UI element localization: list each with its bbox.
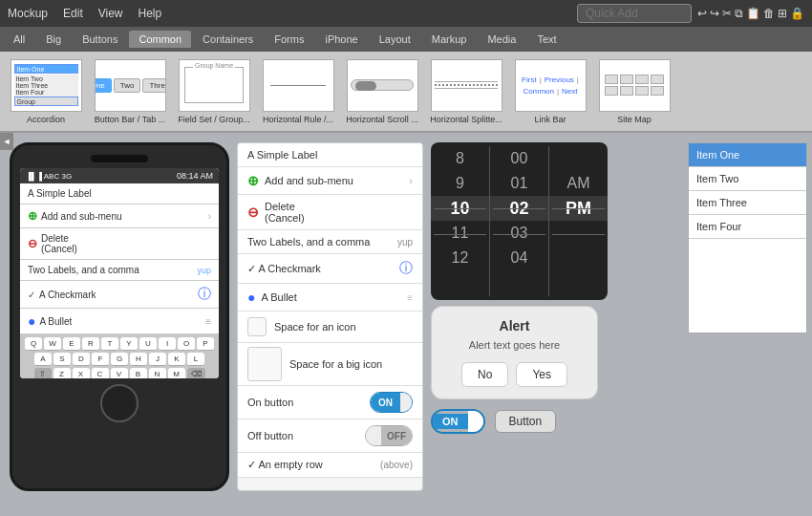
panel-item-toggle-off[interactable]: Off button OFF — [238, 419, 422, 453]
key-m[interactable]: M — [168, 368, 185, 378]
iphone-badge: yup — [197, 266, 211, 275]
table-row-1[interactable]: Item Two — [689, 167, 806, 191]
panel-item-toggle-on[interactable]: On button ON — [238, 386, 422, 419]
key-x[interactable]: X — [73, 368, 90, 378]
hrule-label: Horizontal Rule /... — [263, 115, 333, 124]
table-row-2[interactable]: Item Three — [689, 191, 806, 215]
component-sitemap[interactable]: Site Map — [596, 59, 673, 124]
collapse-arrow[interactable]: ◄ — [0, 133, 13, 150]
panel-delete-text: Delete(Cancel) — [265, 201, 305, 224]
on-button[interactable]: ON — [370, 392, 413, 413]
panel-item-delete[interactable]: ⊖ Delete(Cancel) — [238, 195, 422, 230]
lock-icon[interactable]: 🔒 — [790, 7, 804, 20]
paste-icon[interactable]: 📋 — [746, 7, 760, 20]
iphone-frame: ▐▌▐ ABC 3G 08:14 AM A Simple Label ⊕ Add… — [10, 142, 229, 491]
menu-view[interactable]: View — [98, 7, 123, 20]
key-q[interactable]: Q — [25, 337, 42, 351]
key-b[interactable]: B — [130, 368, 147, 378]
iphone-item-submenu[interactable]: ⊕ Add and sub-menu › — [20, 204, 219, 228]
key-i[interactable]: I — [159, 337, 176, 351]
tab-iphone[interactable]: iPhone — [315, 31, 367, 48]
zoom-icon[interactable]: ⊞ — [778, 7, 787, 20]
table-row-0[interactable]: Item One — [689, 143, 806, 167]
component-hrule[interactable]: Horizontal Rule /... — [260, 59, 336, 124]
component-fieldset[interactable]: Group Name Field Set / Group... — [176, 59, 252, 124]
copy-icon[interactable]: ⧉ — [735, 7, 743, 20]
panel-bullet-icon: ● — [247, 290, 255, 305]
key-p[interactable]: P — [197, 337, 214, 351]
component-accordion[interactable]: Item One Item TwoItem ThreeItem Four Gro… — [8, 59, 84, 124]
key-backspace[interactable]: ⌫ — [187, 368, 205, 378]
alert-no-button[interactable]: No — [461, 362, 508, 387]
info-badge-icon: ⓘ — [198, 286, 211, 303]
tab-all[interactable]: All — [4, 31, 34, 48]
key-o[interactable]: O — [178, 337, 195, 351]
key-g[interactable]: G — [111, 353, 128, 366]
key-w[interactable]: W — [44, 337, 61, 351]
key-v[interactable]: V — [111, 368, 128, 378]
component-linkbar[interactable]: First | Previous | Common | Next Link Ba… — [512, 59, 588, 124]
key-l[interactable]: L — [187, 353, 204, 366]
picker-col-minutes: 00 01 02 03 04 — [490, 142, 548, 300]
alert-yes-button[interactable]: Yes — [516, 362, 567, 387]
right-panels: 8 9 10 11 12 00 01 02 03 04 — [431, 142, 608, 506]
on-toggle[interactable]: ON — [431, 409, 485, 434]
key-j[interactable]: J — [149, 353, 166, 366]
key-u[interactable]: U — [139, 337, 157, 351]
panel-item-check[interactable]: ✓ A Checkmark ⓘ — [238, 254, 422, 284]
key-k[interactable]: K — [168, 353, 185, 366]
component-hsplit[interactable]: Horizontal Splitte... — [428, 59, 504, 124]
quick-add-input[interactable] — [577, 4, 692, 23]
key-t[interactable]: T — [101, 337, 118, 351]
generic-button[interactable]: Button — [495, 410, 557, 433]
table-row-3[interactable]: Item Four — [689, 215, 806, 239]
key-y[interactable]: Y — [120, 337, 138, 351]
off-button[interactable]: OFF — [365, 425, 413, 446]
tab-containers[interactable]: Containers — [193, 31, 263, 48]
hsplit-preview — [431, 59, 502, 112]
component-buttonbar[interactable]: One Two Three Button Bar / Tab ... — [92, 59, 168, 124]
panel-item-icon-space: Space for an icon — [238, 312, 422, 343]
key-c[interactable]: C — [92, 368, 109, 378]
key-f[interactable]: F — [92, 353, 109, 366]
iphone-home-button[interactable] — [100, 384, 139, 422]
iphone-label-text: A Simple Label — [28, 188, 92, 199]
tab-layout[interactable]: Layout — [370, 31, 420, 48]
key-h[interactable]: H — [130, 353, 147, 366]
tab-common[interactable]: Common — [129, 31, 191, 48]
tab-text[interactable]: Text — [527, 31, 566, 48]
delete-icon[interactable]: 🗑 — [763, 7, 775, 20]
tab-forms[interactable]: Forms — [265, 31, 313, 48]
key-n[interactable]: N — [149, 368, 166, 378]
iphone-twolabels-text: Two Labels, and a comma — [28, 265, 139, 275]
redo-icon[interactable]: ↪ — [710, 7, 719, 20]
key-r[interactable]: R — [82, 337, 99, 351]
tab-markup[interactable]: Markup — [422, 31, 477, 48]
menu-mockup[interactable]: Mockup — [8, 7, 48, 20]
menu-help[interactable]: Help — [139, 7, 162, 20]
key-e[interactable]: E — [63, 337, 80, 351]
key-shift[interactable]: ⇧ — [34, 368, 52, 378]
tab-big[interactable]: Big — [36, 31, 71, 48]
undo-icon[interactable]: ↩ — [697, 7, 707, 20]
main-content: ◄ ▐▌▐ ABC 3G 08:14 AM A Simple Label ⊕ A… — [0, 133, 812, 516]
key-d[interactable]: D — [73, 353, 90, 366]
key-a[interactable]: A — [34, 353, 52, 366]
fieldset-preview: Group Name — [179, 59, 250, 112]
green-plus-icon: ⊕ — [28, 209, 37, 223]
panel-empty-text: ✓ An empty row — [247, 459, 323, 471]
cut-icon[interactable]: ✂ — [722, 7, 732, 20]
tab-buttons[interactable]: Buttons — [73, 31, 127, 48]
tab-media[interactable]: Media — [478, 31, 525, 48]
iphone-list: A Simple Label ⊕ Add and sub-menu › ⊖ De… — [20, 183, 219, 334]
key-s[interactable]: S — [53, 353, 71, 366]
ios-list-panel: A Simple Label ⊕ Add and sub-menu › ⊖ De… — [237, 142, 423, 491]
panel-item-submenu[interactable]: ⊕ Add and sub-menu › — [238, 167, 422, 195]
key-z[interactable]: Z — [53, 368, 71, 378]
iphone-item-delete[interactable]: ⊖ Delete(Cancel) — [20, 228, 219, 260]
panel-bullet-text: A Bullet — [261, 291, 296, 303]
component-hscroll[interactable]: Horizontal Scroll ... — [344, 59, 420, 124]
on-toggle-thumb — [468, 411, 483, 432]
menu-edit[interactable]: Edit — [63, 7, 83, 20]
iphone-item-check[interactable]: ✓ A Checkmark ⓘ — [20, 281, 219, 309]
